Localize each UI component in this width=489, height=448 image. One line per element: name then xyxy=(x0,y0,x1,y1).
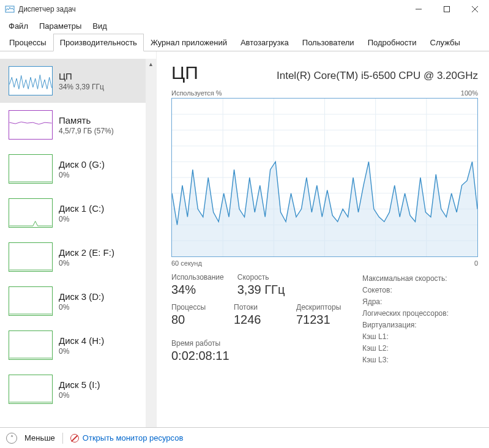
window-title: Диспетчер задач xyxy=(18,5,405,13)
cpu-chart[interactable] xyxy=(171,98,478,257)
sidebar-text: Диск 3 (D:)0% xyxy=(59,291,104,312)
cpu-title: ЦП xyxy=(171,62,198,83)
sidebar-item-5[interactable]: Диск 3 (D:)0% xyxy=(0,279,146,323)
menu-view[interactable]: Вид xyxy=(88,20,112,32)
fewer-details-button[interactable]: Меньше xyxy=(24,433,55,442)
sidebar-item-title: Диск 1 (C:) xyxy=(59,203,104,214)
close-button[interactable] xyxy=(461,0,489,18)
sidebar-item-title: Диск 5 (I:) xyxy=(59,379,100,390)
sidebar-item-3[interactable]: Диск 1 (C:)0% xyxy=(0,191,146,235)
monitor-icon xyxy=(70,434,79,442)
sidebar-item-1[interactable]: Память4,5/7,9 ГБ (57%) xyxy=(0,103,146,147)
stats-left: Использование 34% Скорость 3,39 ГГц Проц… xyxy=(171,273,345,364)
footer: ˄ Меньше Открыть монитор ресурсов xyxy=(0,427,489,448)
stat-speed: Скорость 3,39 ГГц xyxy=(237,273,286,297)
sidebar-thumb xyxy=(9,375,53,404)
sidebar-text: Диск 0 (G:)0% xyxy=(59,159,105,179)
stats-right: Максимальная скорость: Сокетов: Ядра: Ло… xyxy=(362,273,449,364)
sidebar-thumb xyxy=(9,198,53,228)
info-l3: Кэш L3: xyxy=(362,356,449,364)
chart-label-right: 100% xyxy=(461,89,478,97)
tab-details[interactable]: Подробности xyxy=(361,34,424,51)
tab-performance[interactable]: Производительность xyxy=(53,34,144,51)
sidebar-item-0[interactable]: ЦП34% 3,39 ГГц xyxy=(0,59,146,103)
stat-processes: Процессы 80 xyxy=(171,303,220,327)
window-controls xyxy=(405,0,489,18)
content: ЦП34% 3,39 ГГцПамять4,5/7,9 ГБ (57%)Диск… xyxy=(0,51,489,427)
tab-processes[interactable]: Процессы xyxy=(2,34,53,51)
sidebar-text: ЦП34% 3,39 ГГц xyxy=(59,71,104,91)
info-cores: Ядра: xyxy=(362,297,449,306)
menubar: Файл Параметры Вид xyxy=(0,18,489,33)
sidebar-item-title: Диск 3 (D:) xyxy=(59,291,104,302)
sidebar: ЦП34% 3,39 ГГцПамять4,5/7,9 ГБ (57%)Диск… xyxy=(0,51,157,427)
stat-uptime: Время работы 0:02:08:11 xyxy=(171,339,345,363)
sidebar-item-sub: 4,5/7,9 ГБ (57%) xyxy=(59,127,114,135)
sidebar-list: ЦП34% 3,39 ГГцПамять4,5/7,9 ГБ (57%)Диск… xyxy=(0,59,146,427)
sidebar-thumb xyxy=(9,154,53,184)
open-resource-monitor-link[interactable]: Открыть монитор ресурсов xyxy=(70,433,183,442)
tab-startup[interactable]: Автозагрузка xyxy=(234,34,296,51)
main-panel: ЦП Intel(R) Core(TM) i5-6500 CPU @ 3.20G… xyxy=(157,51,489,427)
chevron-up-icon[interactable]: ˄ xyxy=(6,433,17,444)
main-header: ЦП Intel(R) Core(TM) i5-6500 CPU @ 3.20G… xyxy=(171,62,478,83)
sidebar-item-sub: 0% xyxy=(59,303,104,312)
app-icon xyxy=(5,4,15,14)
stats: Использование 34% Скорость 3,39 ГГц Проц… xyxy=(171,273,478,364)
sidebar-item-sub: 0% xyxy=(59,391,100,400)
minimize-button[interactable] xyxy=(405,0,433,18)
open-resource-monitor-label: Открыть монитор ресурсов xyxy=(83,433,183,442)
stat-threads: Потоки 1246 xyxy=(234,303,283,327)
info-sockets: Сокетов: xyxy=(362,286,449,294)
stat-usage: Использование 34% xyxy=(171,273,224,297)
sidebar-thumb xyxy=(9,110,53,140)
sidebar-item-sub: 0% xyxy=(59,171,105,179)
titlebar: Диспетчер задач xyxy=(0,0,489,18)
axis-left: 60 секунд xyxy=(171,259,202,267)
axis-right: 0 xyxy=(474,259,478,267)
tab-users[interactable]: Пользователи xyxy=(296,34,361,51)
sidebar-item-2[interactable]: Диск 0 (G:)0% xyxy=(0,147,146,191)
sidebar-item-title: Диск 2 (E: F:) xyxy=(59,247,114,258)
sidebar-thumb xyxy=(9,242,53,272)
info-virt: Виртуализация: xyxy=(362,321,449,329)
sidebar-item-sub: 34% 3,39 ГГц xyxy=(59,83,104,91)
sidebar-item-sub: 0% xyxy=(59,215,104,223)
info-maxspeed: Максимальная скорость: xyxy=(362,274,449,283)
sidebar-item-title: Диск 4 (H:) xyxy=(59,335,104,346)
sidebar-item-sub: 0% xyxy=(59,259,114,267)
stat-handles: Дескрипторы 71231 xyxy=(296,303,345,327)
chart-top-labels: Используется % 100% xyxy=(171,89,478,97)
sidebar-thumb xyxy=(9,66,53,95)
sidebar-item-7[interactable]: Диск 5 (I:)0% xyxy=(0,367,146,411)
sidebar-text: Диск 2 (E: F:)0% xyxy=(59,247,114,267)
info-l1: Кэш L1: xyxy=(362,332,449,341)
sidebar-text: Память4,5/7,9 ГБ (57%) xyxy=(59,115,114,135)
sidebar-item-title: Диск 0 (G:) xyxy=(59,159,105,170)
cpu-model: Intel(R) Core(TM) i5-6500 CPU @ 3.20GHz xyxy=(211,70,478,82)
tab-services[interactable]: Службы xyxy=(424,34,467,51)
chart-bottom-labels: 60 секунд 0 xyxy=(171,259,478,267)
separator xyxy=(62,433,63,444)
svg-rect-2 xyxy=(444,7,450,12)
sidebar-item-6[interactable]: Диск 4 (H:)0% xyxy=(0,323,146,367)
sidebar-item-sub: 0% xyxy=(59,347,104,356)
sidebar-thumb xyxy=(9,286,53,316)
menu-options[interactable]: Параметры xyxy=(34,20,86,32)
sidebar-text: Диск 1 (C:)0% xyxy=(59,203,104,223)
maximize-button[interactable] xyxy=(433,0,461,18)
sidebar-thumb xyxy=(9,330,53,360)
menu-file[interactable]: Файл xyxy=(4,20,33,32)
chart-label-left: Используется % xyxy=(171,89,222,97)
info-lp: Логических процессоров: xyxy=(362,309,449,318)
sidebar-text: Диск 4 (H:)0% xyxy=(59,335,104,356)
tab-app-history[interactable]: Журнал приложений xyxy=(144,34,234,51)
sidebar-item-title: Память xyxy=(59,115,114,125)
sidebar-item-title: ЦП xyxy=(59,71,104,81)
tabbar: Процессы Производительность Журнал прило… xyxy=(0,33,489,51)
info-l2: Кэш L2: xyxy=(362,344,449,353)
scrollbar[interactable]: ▲ xyxy=(146,59,156,427)
scroll-up-icon[interactable]: ▲ xyxy=(146,59,156,69)
sidebar-text: Диск 5 (I:)0% xyxy=(59,379,100,400)
sidebar-item-4[interactable]: Диск 2 (E: F:)0% xyxy=(0,235,146,279)
